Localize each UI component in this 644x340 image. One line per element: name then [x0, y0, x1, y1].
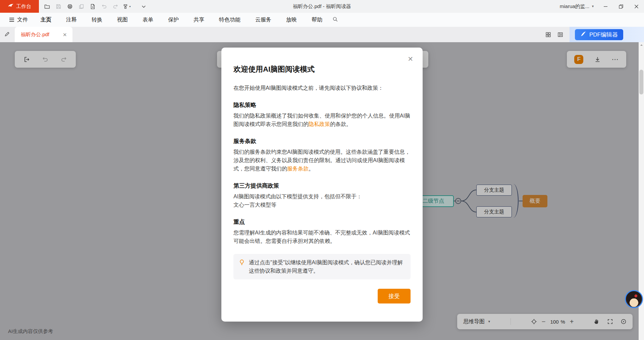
account-chevron-icon: ▼: [591, 5, 594, 8]
account-menu[interactable]: miarua的监... ▼: [556, 0, 598, 13]
menubar: 文件 主页 注释 转换 视图 表单 保护 共享 特色功能 云服务 放映 帮助: [0, 13, 644, 27]
workspace-button[interactable]: 工作台: [0, 0, 39, 13]
accept-button[interactable]: 接受: [378, 289, 411, 303]
format-brush-button[interactable]: ▾: [121, 1, 132, 11]
privacy-heading: 隐私策略: [233, 101, 411, 109]
menu-present[interactable]: 放映: [279, 13, 304, 27]
quill-icon: [580, 31, 586, 39]
open-file-button[interactable]: [42, 1, 52, 11]
hamburger-icon: [9, 18, 14, 22]
undo-button[interactable]: [99, 1, 109, 11]
terms-paragraph: 我们的服务条款约束您AI脑图阅读模式的使用。这些条款涵盖了重要信息，涉及您的权利…: [233, 148, 411, 173]
page-panel-button[interactable]: [554, 32, 566, 38]
menu-form[interactable]: 表单: [135, 13, 161, 27]
menu-file-label: 文件: [17, 16, 28, 23]
pdf-editor-button[interactable]: PDF编辑器: [575, 29, 623, 40]
pdf-editor-area: PDF编辑器: [570, 27, 644, 42]
menu-comment[interactable]: 注释: [59, 13, 84, 27]
third-party-heading: 第三方提供商政策: [233, 182, 411, 190]
ai-consent-dialog: ✕ 欢迎使用AI脑图阅读模式 在您开始使用AI脑图阅读模式之前，请先阅读以下协议…: [221, 48, 423, 322]
titlebar: 工作台: [0, 0, 644, 13]
key-point-paragraph: 您需理解AI生成的内容和结果可能不准确、不完整或无效，AI脑图阅读模式可能会出错…: [233, 228, 411, 245]
third-party-line2: 文心一言大模型等: [233, 201, 411, 209]
menu-share[interactable]: 共享: [186, 13, 212, 27]
account-label: miarua的监...: [560, 3, 589, 10]
third-party-line1: AI脑图阅读模式由以下模型提供支持，包括但不限于：: [233, 192, 411, 201]
print-button[interactable]: [64, 1, 75, 11]
key-point-heading: 重点: [233, 218, 411, 226]
document-tab[interactable]: 福昕办公.pdf ✕: [15, 27, 72, 42]
document-canvas: F ⋯ 二级节点 分支主题 分支主题 概要 AI生成内容仅供参考 思维导图 ▼: [0, 42, 644, 340]
copy-page-button[interactable]: [76, 1, 87, 11]
pencil-icon: [4, 31, 10, 38]
terms-link[interactable]: 服务条款: [287, 166, 309, 172]
accept-tip-box: 通过点击"接受"以继续使用AI脑图阅读模式，确认您已阅读并理解这些协议和政策并同…: [233, 254, 411, 279]
annotate-pencil-button[interactable]: [0, 31, 14, 38]
minimize-button[interactable]: [598, 0, 613, 13]
close-window-button[interactable]: [629, 0, 644, 13]
window-title: 福昕办公.pdf - 福昕阅读器: [293, 3, 351, 10]
search-icon: [332, 16, 338, 23]
redo-button[interactable]: [110, 1, 121, 11]
tabbar: 福昕办公.pdf ✕ PDF编辑器: [0, 27, 644, 42]
tab-close-icon[interactable]: ✕: [63, 32, 67, 37]
user-avatar[interactable]: [625, 290, 643, 308]
customize-toolbar-button[interactable]: [138, 1, 149, 11]
menu-file[interactable]: 文件: [4, 13, 33, 27]
restore-button[interactable]: [613, 0, 629, 13]
quick-toolbar: ▾: [42, 1, 149, 11]
terms-heading: 服务条款: [233, 137, 411, 145]
window-controls: [598, 0, 644, 13]
save-button[interactable]: [53, 1, 64, 11]
pdf-editor-label: PDF编辑器: [589, 31, 618, 39]
scrollbar-thumb[interactable]: [639, 70, 643, 94]
thumbnail-grid-button[interactable]: [542, 32, 554, 38]
terms-text-before: 我们的服务条款约束您AI脑图阅读模式的使用。这些条款涵盖了重要信息，涉及您的权利…: [233, 149, 410, 172]
workspace-label: 工作台: [16, 3, 31, 10]
menu-cloud[interactable]: 云服务: [248, 13, 279, 27]
dialog-title: 欢迎使用AI脑图阅读模式: [233, 64, 411, 74]
new-page-button[interactable]: [87, 1, 98, 11]
tab-label: 福昕办公.pdf: [21, 31, 49, 38]
menu-features[interactable]: 特色功能: [212, 13, 248, 27]
menu-view[interactable]: 视图: [110, 13, 135, 27]
privacy-paragraph: 我们的隐私政策概述了我们如何收集、使用和保护您的个人信息。使用AI脑图阅读模式即…: [233, 112, 411, 128]
tabbar-right: PDF编辑器: [542, 27, 644, 42]
format-brush-caret-icon: ▾: [129, 5, 130, 8]
dialog-close-icon[interactable]: ✕: [408, 56, 413, 62]
menu-help[interactable]: 帮助: [304, 13, 330, 27]
dialog-intro: 在您开始使用AI脑图阅读模式之前，请先阅读以下协议和政策：: [233, 84, 411, 92]
terms-text-after: 。: [309, 166, 314, 172]
menu-home[interactable]: 主页: [33, 13, 59, 27]
privacy-policy-link[interactable]: 隐私政策: [309, 121, 330, 127]
lightbulb-icon: [239, 259, 245, 267]
accept-tip-text: 通过点击"接受"以继续使用AI脑图阅读模式，确认您已阅读并理解这些协议和政策并同…: [249, 258, 405, 275]
menu-convert[interactable]: 转换: [84, 13, 110, 27]
foxit-logo-icon: [8, 3, 14, 10]
privacy-text-after: 的条款。: [330, 121, 352, 127]
menu-protect[interactable]: 保护: [161, 13, 186, 27]
scroll-up-arrow-icon[interactable]: [639, 42, 644, 48]
app-window: 工作台: [0, 0, 644, 340]
search-button[interactable]: [332, 16, 338, 23]
